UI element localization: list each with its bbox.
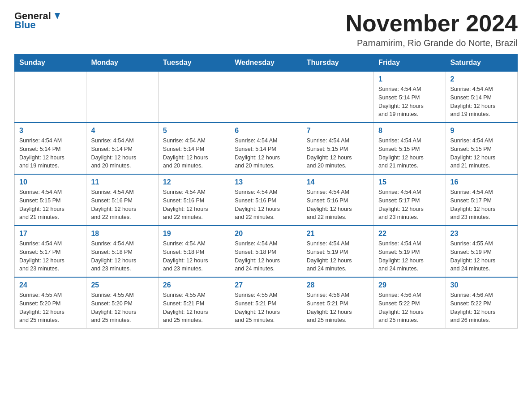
calendar-cell: 19Sunrise: 4:54 AMSunset: 5:18 PMDayligh… [158, 226, 230, 277]
calendar-week-row-4: 24Sunrise: 4:55 AMSunset: 5:20 PMDayligh… [15, 277, 518, 329]
day-info: Sunrise: 4:54 AMSunset: 5:14 PMDaylight:… [235, 137, 297, 170]
day-number: 6 [235, 127, 297, 135]
calendar-cell: 18Sunrise: 4:54 AMSunset: 5:18 PMDayligh… [86, 226, 158, 277]
calendar-cell: 29Sunrise: 4:56 AMSunset: 5:22 PMDayligh… [374, 277, 446, 329]
day-info: Sunrise: 4:54 AMSunset: 5:15 PMDaylight:… [378, 137, 441, 170]
calendar-cell: 22Sunrise: 4:54 AMSunset: 5:19 PMDayligh… [374, 226, 446, 277]
calendar-cell: 6Sunrise: 4:54 AMSunset: 5:14 PMDaylight… [230, 123, 302, 174]
day-info: Sunrise: 4:55 AMSunset: 5:20 PMDaylight:… [19, 291, 82, 325]
day-info: Sunrise: 4:55 AMSunset: 5:19 PMDaylight:… [450, 240, 513, 273]
col-monday: Monday [86, 54, 158, 72]
calendar-cell: 21Sunrise: 4:54 AMSunset: 5:19 PMDayligh… [302, 226, 373, 277]
day-info: Sunrise: 4:54 AMSunset: 5:16 PMDaylight:… [163, 188, 225, 222]
day-number: 19 [163, 230, 225, 238]
day-info: Sunrise: 4:54 AMSunset: 5:15 PMDaylight:… [19, 188, 82, 222]
day-info: Sunrise: 4:54 AMSunset: 5:14 PMDaylight:… [163, 137, 225, 170]
logo: General Blue [14, 11, 62, 30]
location-title: Parnamirim, Rio Grande do Norte, Brazil [346, 38, 518, 48]
day-number: 2 [450, 75, 513, 83]
day-info: Sunrise: 4:55 AMSunset: 5:21 PMDaylight:… [235, 291, 297, 325]
day-info: Sunrise: 4:54 AMSunset: 5:17 PMDaylight:… [378, 188, 441, 222]
day-number: 9 [450, 127, 513, 135]
logo-blue-text: Blue [14, 20, 36, 30]
day-number: 11 [91, 178, 153, 186]
day-info: Sunrise: 4:54 AMSunset: 5:15 PMDaylight:… [307, 137, 369, 170]
day-info: Sunrise: 4:54 AMSunset: 5:17 PMDaylight:… [450, 188, 513, 222]
day-info: Sunrise: 4:54 AMSunset: 5:14 PMDaylight:… [19, 137, 82, 170]
calendar-cell [230, 72, 302, 123]
day-info: Sunrise: 4:56 AMSunset: 5:21 PMDaylight:… [307, 291, 369, 325]
logo-triangle-icon [52, 11, 62, 21]
day-number: 20 [235, 230, 297, 238]
calendar-cell: 14Sunrise: 4:54 AMSunset: 5:16 PMDayligh… [302, 174, 373, 226]
calendar-cell: 17Sunrise: 4:54 AMSunset: 5:17 PMDayligh… [15, 226, 86, 277]
day-info: Sunrise: 4:55 AMSunset: 5:21 PMDaylight:… [163, 291, 225, 325]
calendar-cell [86, 72, 158, 123]
calendar-cell [158, 72, 230, 123]
day-number: 5 [163, 127, 225, 135]
month-title: November 2024 [346, 11, 518, 36]
col-saturday: Saturday [446, 54, 517, 72]
day-number: 24 [19, 281, 82, 289]
calendar-cell: 4Sunrise: 4:54 AMSunset: 5:14 PMDaylight… [86, 123, 158, 174]
calendar-table: Sunday Monday Tuesday Wednesday Thursday… [14, 54, 518, 329]
calendar-cell: 16Sunrise: 4:54 AMSunset: 5:17 PMDayligh… [446, 174, 517, 226]
day-number: 14 [307, 178, 369, 186]
calendar-cell: 10Sunrise: 4:54 AMSunset: 5:15 PMDayligh… [15, 174, 86, 226]
day-number: 22 [378, 230, 441, 238]
day-info: Sunrise: 4:54 AMSunset: 5:16 PMDaylight:… [235, 188, 297, 222]
calendar-cell: 3Sunrise: 4:54 AMSunset: 5:14 PMDaylight… [15, 123, 86, 174]
day-info: Sunrise: 4:54 AMSunset: 5:19 PMDaylight:… [307, 240, 369, 273]
day-number: 8 [378, 127, 441, 135]
day-info: Sunrise: 4:54 AMSunset: 5:17 PMDaylight:… [19, 240, 82, 273]
col-thursday: Thursday [302, 54, 373, 72]
calendar-cell: 5Sunrise: 4:54 AMSunset: 5:14 PMDaylight… [158, 123, 230, 174]
day-number: 26 [163, 281, 225, 289]
calendar-cell: 23Sunrise: 4:55 AMSunset: 5:19 PMDayligh… [446, 226, 517, 277]
calendar-cell: 30Sunrise: 4:56 AMSunset: 5:22 PMDayligh… [446, 277, 517, 329]
day-info: Sunrise: 4:54 AMSunset: 5:18 PMDaylight:… [163, 240, 225, 273]
day-info: Sunrise: 4:54 AMSunset: 5:18 PMDaylight:… [235, 240, 297, 273]
col-wednesday: Wednesday [230, 54, 302, 72]
day-number: 18 [91, 230, 153, 238]
day-info: Sunrise: 4:54 AMSunset: 5:14 PMDaylight:… [91, 137, 153, 170]
page-header: General Blue November 2024 Parnamirim, R… [14, 11, 518, 48]
day-info: Sunrise: 4:54 AMSunset: 5:15 PMDaylight:… [450, 137, 513, 170]
day-number: 7 [307, 127, 369, 135]
day-number: 27 [235, 281, 297, 289]
day-info: Sunrise: 4:54 AMSunset: 5:19 PMDaylight:… [378, 240, 441, 273]
day-number: 4 [91, 127, 153, 135]
calendar-cell: 8Sunrise: 4:54 AMSunset: 5:15 PMDaylight… [374, 123, 446, 174]
calendar-header-row: Sunday Monday Tuesday Wednesday Thursday… [15, 54, 518, 72]
day-number: 12 [163, 178, 225, 186]
title-area: November 2024 Parnamirim, Rio Grande do … [346, 11, 518, 48]
day-number: 17 [19, 230, 82, 238]
calendar-cell: 15Sunrise: 4:54 AMSunset: 5:17 PMDayligh… [374, 174, 446, 226]
calendar-cell [15, 72, 86, 123]
day-info: Sunrise: 4:56 AMSunset: 5:22 PMDaylight:… [378, 291, 441, 325]
col-sunday: Sunday [15, 54, 86, 72]
calendar-cell: 26Sunrise: 4:55 AMSunset: 5:21 PMDayligh… [158, 277, 230, 329]
day-info: Sunrise: 4:54 AMSunset: 5:16 PMDaylight:… [307, 188, 369, 222]
calendar-cell: 9Sunrise: 4:54 AMSunset: 5:15 PMDaylight… [446, 123, 517, 174]
calendar-cell: 27Sunrise: 4:55 AMSunset: 5:21 PMDayligh… [230, 277, 302, 329]
day-number: 10 [19, 178, 82, 186]
day-info: Sunrise: 4:54 AMSunset: 5:16 PMDaylight:… [91, 188, 153, 222]
day-info: Sunrise: 4:54 AMSunset: 5:14 PMDaylight:… [378, 85, 441, 119]
day-number: 15 [378, 178, 441, 186]
day-number: 13 [235, 178, 297, 186]
day-number: 30 [450, 281, 513, 289]
col-tuesday: Tuesday [158, 54, 230, 72]
calendar-cell: 28Sunrise: 4:56 AMSunset: 5:21 PMDayligh… [302, 277, 373, 329]
day-info: Sunrise: 4:56 AMSunset: 5:22 PMDaylight:… [450, 291, 513, 325]
day-number: 1 [378, 75, 441, 83]
day-number: 3 [19, 127, 82, 135]
day-info: Sunrise: 4:54 AMSunset: 5:18 PMDaylight:… [91, 240, 153, 273]
calendar-cell: 20Sunrise: 4:54 AMSunset: 5:18 PMDayligh… [230, 226, 302, 277]
day-number: 28 [307, 281, 369, 289]
calendar-cell [302, 72, 373, 123]
calendar-week-row-1: 3Sunrise: 4:54 AMSunset: 5:14 PMDaylight… [15, 123, 518, 174]
calendar-cell: 13Sunrise: 4:54 AMSunset: 5:16 PMDayligh… [230, 174, 302, 226]
day-number: 25 [91, 281, 153, 289]
calendar-cell: 2Sunrise: 4:54 AMSunset: 5:14 PMDaylight… [446, 72, 517, 123]
